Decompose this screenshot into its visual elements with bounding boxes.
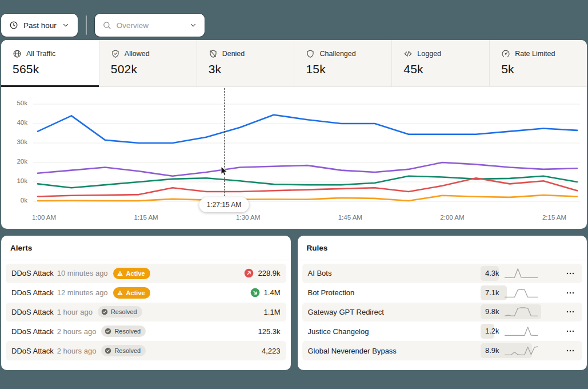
y-tick-label: 20k xyxy=(1,158,27,165)
rule-row-justice-changelog[interactable]: Justice Changelog1.2k xyxy=(302,321,583,341)
tab-value: 3k xyxy=(209,62,294,76)
tab-label: Rate Limited xyxy=(515,50,555,58)
trend-down-icon xyxy=(250,288,260,297)
alert-row[interactable]: DDoS Attack12 minutes agoActive1.4M xyxy=(6,283,286,303)
clock-icon xyxy=(9,21,18,30)
alert-time: 1 hour ago xyxy=(57,308,93,316)
rule-metric: 7.1k xyxy=(481,285,556,300)
tab-label: All Traffic xyxy=(26,50,55,58)
status-badge-label: Resolved xyxy=(111,308,137,315)
traffic-tabs: All Traffic565kAllowed502kDenied3kChalle… xyxy=(1,40,587,87)
check-circle-icon xyxy=(101,308,108,315)
rules-title: Rules xyxy=(298,236,587,260)
tab-logged[interactable]: Logged45k xyxy=(391,40,489,86)
status-badge: Active xyxy=(113,268,150,279)
alert-name: DDoS Attack xyxy=(11,347,54,355)
x-tick-label: 1:15 AM xyxy=(134,214,158,221)
rule-menu-button[interactable] xyxy=(564,327,577,336)
rule-sparkline xyxy=(505,344,538,357)
dashboard: Past hour Overview All Traffic565kAllowe… xyxy=(1,0,587,370)
tab-header: Logged xyxy=(403,49,489,58)
rule-menu-button[interactable] xyxy=(564,269,577,278)
time-range-selector[interactable]: Past hour xyxy=(1,14,78,37)
tab-rate-limited[interactable]: Rate Limited5k xyxy=(489,40,587,86)
alert-row[interactable]: DDoS Attack1 hour agoResolved1.1M xyxy=(6,303,286,322)
tab-value: 15k xyxy=(306,62,391,76)
traffic-chart[interactable]: 0k10k20k30k40k50k 1:00 AM1:15 AM1:30 AM1… xyxy=(1,87,587,229)
status-badge-label: Resolved xyxy=(114,328,141,335)
toolbar: Past hour Overview xyxy=(1,14,587,37)
toolbar-divider xyxy=(86,15,87,35)
status-badge: Resolved xyxy=(101,326,146,337)
alert-row[interactable]: DDoS Attack2 hours agoResolved4,223 xyxy=(6,341,286,360)
status-badge: Active xyxy=(113,287,150,299)
dots-icon xyxy=(566,327,575,336)
search-icon xyxy=(102,21,111,30)
tab-all-traffic[interactable]: All Traffic565k xyxy=(1,40,99,86)
alert-time: 2 hours ago xyxy=(57,347,97,355)
alert-name: DDoS Attack xyxy=(11,288,54,297)
alert-time: 10 minutes ago xyxy=(57,269,108,277)
alert-value: 1.1M xyxy=(264,308,281,316)
bottom-section: Alerts DDoS Attack10 minutes agoActive22… xyxy=(1,236,587,370)
tab-value: 502k xyxy=(111,62,197,76)
tab-label: Denied xyxy=(222,50,245,58)
status-badge-label: Active xyxy=(126,270,145,277)
rules-list: AI Bots4.3kBot Protection7.1kGateway GPT… xyxy=(298,260,587,365)
tab-header: Denied xyxy=(209,49,294,58)
rule-row-bot-protection[interactable]: Bot Protection7.1k xyxy=(302,283,583,303)
view-selector[interactable]: Overview xyxy=(95,14,205,37)
alert-name: DDoS Attack xyxy=(11,269,54,277)
dots-icon xyxy=(566,269,575,278)
rule-name: AI Bots xyxy=(308,269,481,277)
alert-metric: 228.9k xyxy=(244,268,280,278)
alert-row[interactable]: DDoS Attack10 minutes agoActive228.9k xyxy=(6,264,286,283)
tab-label: Allowed xyxy=(125,50,150,58)
rule-row-gateway-gpt-redirect[interactable]: Gateway GPT Redirect9.8k xyxy=(302,303,583,322)
check-circle-icon xyxy=(105,347,111,354)
rule-metric: 9.8k xyxy=(481,304,556,319)
tab-header: All Traffic xyxy=(13,49,99,58)
tab-header: Allowed xyxy=(111,49,197,58)
rule-value: 9.8k xyxy=(485,304,499,319)
gauge-icon xyxy=(501,49,510,58)
alert-metric: 1.4M xyxy=(250,288,281,297)
rule-metric: 1.2k xyxy=(481,324,556,339)
globe-icon xyxy=(13,49,22,58)
alert-name: DDoS Attack xyxy=(11,327,54,336)
status-badge: Resolved xyxy=(101,345,146,356)
alert-metric: 125.3k xyxy=(258,327,280,336)
y-tick-label: 30k xyxy=(1,138,27,145)
rule-row-ai-bots[interactable]: AI Bots4.3k xyxy=(302,264,583,283)
rule-row-global-neverender-bypass[interactable]: Global Neverender Bypass8.9k xyxy=(302,341,583,360)
rule-metric: 8.9k xyxy=(481,343,556,358)
tab-header: Rate Limited xyxy=(501,49,587,58)
x-tick-label: 2:00 AM xyxy=(440,214,464,221)
alert-value: 4,223 xyxy=(262,347,281,355)
alerts-card: Alerts DDoS Attack10 minutes agoActive22… xyxy=(1,236,291,370)
y-tick-label: 0k xyxy=(1,197,27,204)
x-tick-label: 1:00 AM xyxy=(32,214,56,221)
tab-denied[interactable]: Denied3k xyxy=(197,40,294,86)
rule-menu-button[interactable] xyxy=(564,288,577,297)
alerts-title: Alerts xyxy=(1,236,291,260)
rule-menu-button[interactable] xyxy=(564,346,577,355)
y-tick-label: 40k xyxy=(1,119,27,126)
rule-name: Bot Protection xyxy=(308,288,481,297)
dots-icon xyxy=(566,307,575,316)
warning-icon xyxy=(117,270,123,277)
rule-value: 8.9k xyxy=(485,343,499,358)
rule-menu-button[interactable] xyxy=(564,307,577,316)
tab-challenged[interactable]: Challenged15k xyxy=(294,40,391,86)
tab-allowed[interactable]: Allowed502k xyxy=(99,40,197,86)
line-chart xyxy=(1,87,587,229)
chevron-down-icon xyxy=(189,21,197,29)
rule-name: Gateway GPT Redirect xyxy=(308,308,481,316)
tab-value: 45k xyxy=(403,62,489,76)
rule-sparkline xyxy=(505,305,538,318)
alert-metric: 1.1M xyxy=(264,308,281,316)
mouse-cursor-icon xyxy=(219,165,230,176)
alert-row[interactable]: DDoS Attack2 hours agoResolved125.3k xyxy=(6,321,286,341)
rule-name: Global Neverender Bypass xyxy=(308,347,481,355)
x-tick-label: 2:15 AM xyxy=(542,214,566,221)
